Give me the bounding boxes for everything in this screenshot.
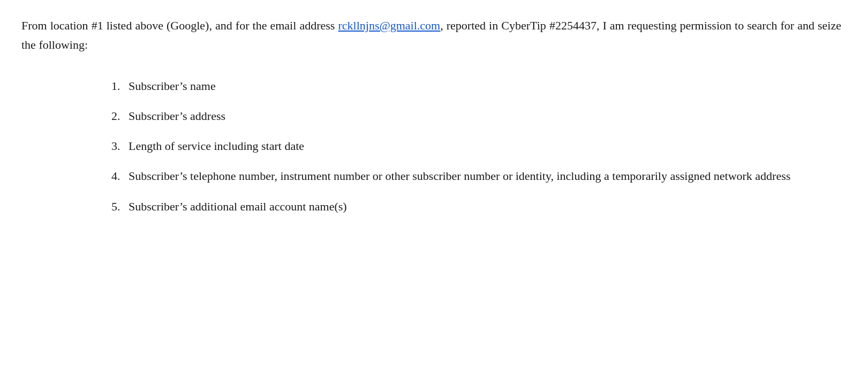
list-section: Subscriber’s name Subscriber’s address L… <box>21 77 841 216</box>
list-item: Subscriber’s name <box>123 77 841 96</box>
document-body: From location #1 listed above (Google), … <box>21 16 841 216</box>
email-link[interactable]: rckllnjns@gmail.com <box>338 19 440 32</box>
list-item: Length of service including start date <box>123 137 841 156</box>
list-item: Subscriber’s telephone number, instrumen… <box>123 167 841 186</box>
list-item: Subscriber’s address <box>123 107 841 126</box>
list-item: Subscriber’s additional email account na… <box>123 197 841 216</box>
intro-text-part1: From location #1 listed above (Google), … <box>21 19 338 32</box>
intro-paragraph: From location #1 listed above (Google), … <box>21 16 841 55</box>
ordered-list: Subscriber’s name Subscriber’s address L… <box>107 77 841 216</box>
